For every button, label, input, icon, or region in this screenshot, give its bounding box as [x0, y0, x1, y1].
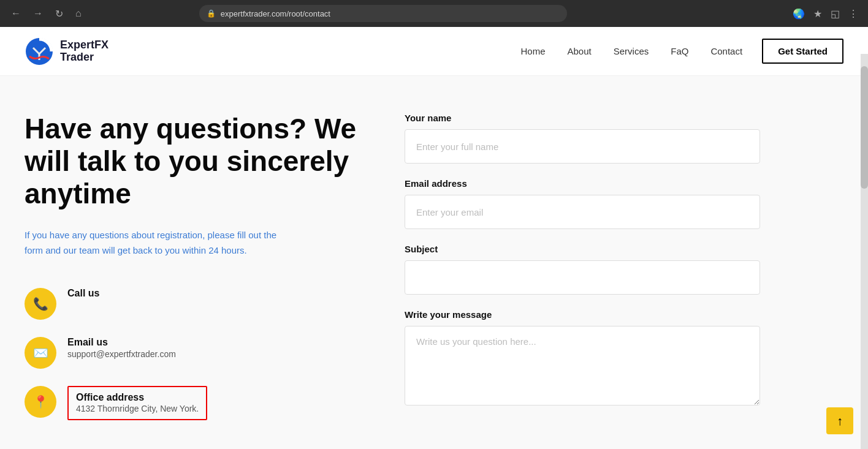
name-input[interactable]	[405, 129, 760, 164]
bookmark-icon[interactable]: ★	[811, 6, 824, 22]
logo[interactable]: ExpertFX Trader	[25, 37, 108, 66]
back-button[interactable]: ←	[7, 6, 25, 21]
email-label: Email address	[405, 178, 760, 189]
browser-window: ← → ↻ ⌂ 🔒 expertfxtrader.com/root/contac…	[0, 0, 868, 449]
navbar: ExpertFX Trader Home About Services FaQ …	[0, 27, 868, 76]
message-textarea[interactable]	[405, 326, 760, 406]
nav-about[interactable]: About	[568, 46, 592, 56]
nav-contact[interactable]: Contact	[710, 46, 742, 56]
message-form-group: Write your message	[405, 309, 760, 408]
url-text: expertfxtrader.com/root/contact	[221, 9, 330, 18]
hero-title: Have any questions? We will talk to you …	[25, 113, 368, 210]
phone-icon-circle: 📞	[25, 288, 56, 320]
location-icon: 📍	[33, 394, 48, 409]
nav-links: Home About Services FaQ Contact	[521, 46, 743, 56]
email-value: support@expertfxtrader.com	[67, 349, 176, 359]
scroll-top-button[interactable]: ↑	[826, 407, 853, 434]
page-wrapper: ExpertFX Trader Home About Services FaQ …	[0, 27, 868, 449]
translate-icon[interactable]: 🌏	[790, 6, 807, 22]
refresh-button[interactable]: ↻	[51, 6, 67, 22]
address-bar[interactable]: 🔒 expertfxtrader.com/root/contact	[199, 5, 567, 22]
email-icon: ✉️	[33, 345, 48, 360]
nav-services[interactable]: Services	[614, 46, 649, 56]
subject-label: Subject	[405, 244, 760, 254]
email-text: Email us support@expertfxtrader.com	[67, 337, 176, 359]
logo-text-bottom: Trader	[60, 51, 108, 64]
logo-icon	[25, 37, 54, 66]
home-button[interactable]: ⌂	[72, 6, 85, 21]
subject-form-group: Subject	[405, 244, 760, 295]
call-label: Call us	[67, 288, 99, 299]
name-label: Your name	[405, 113, 760, 123]
browser-menu-icon[interactable]: ⋮	[846, 6, 861, 22]
left-column: Have any questions? We will talk to you …	[25, 113, 368, 423]
security-icon: 🔒	[207, 9, 216, 18]
email-label: Email us	[67, 337, 176, 348]
browser-chrome: ← → ↻ ⌂ 🔒 expertfxtrader.com/root/contac…	[0, 0, 868, 27]
contact-form: Your name Email address Subject Write yo…	[405, 113, 760, 423]
get-started-button[interactable]: Get Started	[762, 39, 843, 64]
scrollbar-thumb[interactable]	[861, 66, 868, 189]
address-label: Office address	[76, 392, 144, 402]
nav-faq[interactable]: FaQ	[671, 46, 688, 56]
email-icon-circle: ✉️	[25, 337, 56, 369]
email-input[interactable]	[405, 195, 760, 229]
subject-input[interactable]	[405, 260, 760, 295]
email-form-group: Email address	[405, 178, 760, 229]
contact-item-call: 📞 Call us	[25, 288, 368, 320]
contact-item-address: 📍 Office address 4132 Thornridge City, N…	[25, 386, 368, 420]
hero-subtitle: If you have any questions about registra…	[25, 227, 294, 258]
contact-item-email: ✉️ Email us support@expertfxtrader.com	[25, 337, 368, 369]
name-form-group: Your name	[405, 113, 760, 164]
address-value: 4132 Thornridge City, New York.	[76, 404, 199, 413]
extension-icon[interactable]: ◱	[828, 6, 842, 22]
logo-text-top: ExpertFX	[60, 39, 108, 51]
address-icon-circle: 📍	[25, 386, 56, 418]
forward-button[interactable]: →	[29, 6, 47, 21]
browser-actions: 🌏 ★ ◱ ⋮	[790, 6, 861, 22]
scrollbar-track[interactable]	[861, 54, 868, 449]
nav-home[interactable]: Home	[521, 46, 546, 56]
phone-icon: 📞	[33, 296, 48, 311]
message-label: Write your message	[405, 309, 760, 320]
contact-info: 📞 Call us ✉️ Email us support@e	[25, 288, 368, 420]
logo-text: ExpertFX Trader	[60, 39, 108, 64]
call-text: Call us	[67, 288, 99, 300]
main-content: Have any questions? We will talk to you …	[0, 76, 868, 449]
office-address-box: Office address 4132 Thornridge City, New…	[67, 386, 207, 420]
